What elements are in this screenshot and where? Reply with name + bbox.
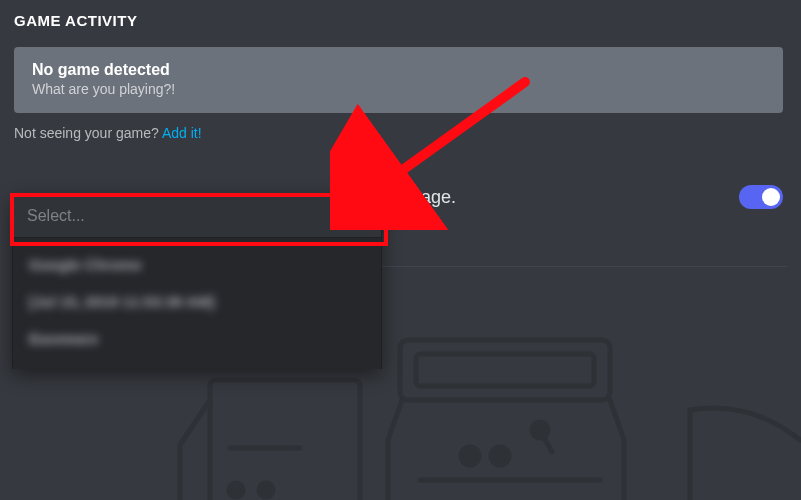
game-select-dropdown[interactable]: Select... Google Chrome [Jul 15, 2019 11…	[12, 194, 382, 369]
dropdown-placeholder: Select...	[27, 207, 85, 224]
no-game-card: No game detected What are you playing?!	[14, 47, 783, 113]
dropdown-options-list: Google Chrome [Jul 15, 2019 11:53:39 AM]…	[13, 237, 381, 369]
dropdown-option[interactable]: Easeware	[13, 320, 381, 357]
no-game-title: No game detected	[32, 61, 765, 79]
svg-point-6	[491, 447, 509, 465]
svg-point-5	[461, 447, 479, 465]
no-game-subtitle: What are you playing?!	[32, 81, 765, 97]
dropdown-option[interactable]: [Jul 15, 2019 11:53:39 AM]	[13, 283, 381, 320]
svg-rect-4	[416, 354, 594, 386]
svg-rect-0	[210, 380, 360, 500]
toggle-knob	[762, 188, 780, 206]
section-title: GAME ACTIVITY	[14, 12, 783, 29]
svg-rect-3	[400, 340, 610, 400]
chevron-down-icon	[349, 207, 367, 225]
status-message-tail: sage.	[412, 187, 456, 208]
svg-point-2	[259, 483, 273, 497]
add-game-link[interactable]: Add it!	[162, 125, 202, 141]
svg-point-7	[532, 422, 548, 438]
not-seeing-text: Not seeing your game? Add it!	[14, 125, 783, 141]
not-seeing-prefix: Not seeing your game?	[14, 125, 162, 141]
dropdown-header[interactable]: Select...	[13, 195, 381, 237]
svg-point-1	[229, 483, 243, 497]
status-toggle[interactable]	[739, 185, 783, 209]
dropdown-option[interactable]: Google Chrome	[13, 246, 381, 283]
